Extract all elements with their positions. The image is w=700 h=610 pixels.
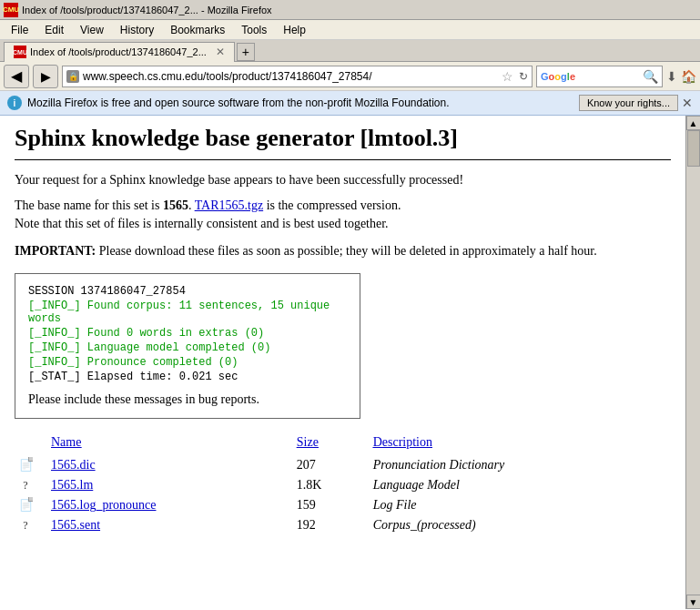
security-icon: 🔒 [66, 70, 79, 83]
info-bar: i Mozilla Firefox is free and open sourc… [0, 91, 700, 116]
table-row: ?1565.sent192Corpus_(processed) [15, 515, 671, 535]
tar-suffix: is the compressed version. [263, 198, 401, 212]
url-input[interactable] [83, 70, 498, 83]
download-icon[interactable]: ⬇ [666, 69, 677, 84]
title-bar: CMU Index of /tools/product/1374186047_2… [0, 0, 700, 20]
back-button[interactable]: ◀ [4, 65, 29, 88]
file-description-cell: Corpus_(processed) [370, 515, 671, 535]
table-row: ?1565.lm1.8KLanguage Model [15, 475, 671, 495]
session-line-2: [_INFO_] Found 0 words in extras (0) [28, 327, 347, 340]
main-content: Sphinx knowledge base generator [lmtool.… [0, 116, 685, 609]
table-row: 📄1565.dic207Pronunciation Dictionary [15, 455, 671, 475]
google-logo: Google [541, 71, 575, 82]
table-row: 📄1565.log_pronounce159Log File [15, 495, 671, 515]
file-table-icon-header [15, 433, 47, 455]
file-description-cell: Language Model [370, 475, 671, 495]
file-icon-cell: ? [15, 515, 47, 535]
search-box: Google 🔍 [536, 66, 663, 87]
bookmark-star-icon[interactable]: ☆ [502, 69, 513, 84]
file-table-size-header[interactable]: Size [293, 433, 370, 455]
menu-edit[interactable]: Edit [37, 22, 71, 38]
menu-bookmarks[interactable]: Bookmarks [163, 22, 232, 38]
important-label: IMPORTANT: [15, 244, 96, 258]
session-note: Please include these messages in bug rep… [28, 392, 347, 407]
file-name-cell: 1565.lm [47, 475, 293, 495]
scroll-thumb[interactable] [687, 130, 700, 167]
file-size-cell: 192 [293, 515, 370, 535]
intro-text: Your request for a Sphinx knowledge base… [15, 173, 671, 188]
search-icon[interactable]: 🔍 [643, 69, 658, 84]
session-line-3: [_INFO_] Language model completed (0) [28, 341, 347, 354]
title-bar-text: Index of /tools/product/1374186047_2... … [22, 5, 272, 15]
file-icon-cell: ? [15, 475, 47, 495]
forward-button[interactable]: ▶ [33, 65, 58, 88]
scroll-down-button[interactable]: ▼ [686, 595, 701, 609]
tab-bar: CMU Index of /tools/product/1374186047_2… [0, 40, 700, 62]
info-bar-left: i Mozilla Firefox is free and open sourc… [7, 96, 450, 110]
file-doc-icon: 📄 [18, 497, 33, 513]
file-unknown-icon: ? [18, 477, 33, 493]
tab-close-icon[interactable]: ✕ [216, 46, 225, 58]
tab-label: Index of /tools/product/1374186047_2... [30, 46, 207, 57]
session-line-1: [_INFO_] Found corpus: 11 sentences, 15 … [28, 300, 347, 325]
important-text: IMPORTANT: Please download these files a… [15, 244, 671, 259]
know-rights-button[interactable]: Know your rights... [579, 95, 678, 111]
info-bar-close-icon[interactable]: ✕ [682, 96, 693, 110]
menu-history[interactable]: History [113, 22, 161, 38]
base-name-label: The base name for this set is [15, 198, 163, 212]
session-box: SESSION 1374186047_27854 [_INFO_] Found … [15, 273, 360, 419]
url-bar-container: 🔒 ☆ ↻ [62, 66, 533, 87]
file-name-link[interactable]: 1565.lm [51, 478, 93, 492]
new-tab-button[interactable]: + [237, 43, 255, 61]
info-icon: i [7, 96, 22, 110]
base-name-text: The base name for this set is 1565. TAR1… [15, 198, 671, 213]
scrollbar[interactable]: ▲ ▼ [685, 116, 700, 609]
important-body: Please download these files as soon as p… [96, 244, 597, 258]
session-header: SESSION 1374186047_27854 [28, 285, 347, 298]
search-section: Google 🔍 ⬇ 🏠 [536, 66, 696, 87]
scroll-track[interactable] [686, 130, 700, 595]
home-icon[interactable]: 🏠 [681, 69, 696, 84]
note-text: Note that this set of files is internall… [15, 217, 671, 231]
session-line-5: [_STAT_] Elapsed time: 0.021 sec [28, 371, 347, 383]
scroll-up-button[interactable]: ▲ [686, 116, 701, 130]
file-name-cell: 1565.dic [47, 455, 293, 475]
search-input[interactable] [577, 70, 641, 83]
file-table: Name Size Description 📄1565.dic207Pronun… [15, 433, 671, 535]
tar-link[interactable]: TAR1565.tgz [195, 198, 263, 212]
active-tab[interactable]: CMU Index of /tools/product/1374186047_2… [4, 42, 235, 62]
info-bar-right: Know your rights... ✕ [579, 95, 693, 111]
file-table-desc-header[interactable]: Description [370, 433, 671, 455]
page-divider [15, 159, 671, 160]
menu-bar: File Edit View History Bookmarks Tools H… [0, 20, 700, 40]
file-name-cell: 1565.log_pronounce [47, 495, 293, 515]
file-name-link[interactable]: 1565.sent [51, 518, 100, 532]
file-description-cell: Pronunciation Dictionary [370, 455, 671, 475]
file-size-cell: 1.8K [293, 475, 370, 495]
file-table-name-header[interactable]: Name [47, 433, 293, 455]
menu-file[interactable]: File [4, 22, 36, 38]
reload-button[interactable]: ↻ [519, 70, 528, 83]
file-icon-cell: 📄 [15, 495, 47, 515]
page-container: Sphinx knowledge base generator [lmtool.… [0, 116, 700, 609]
menu-view[interactable]: View [73, 22, 111, 38]
menu-help[interactable]: Help [276, 22, 313, 38]
nav-bar: ◀ ▶ 🔒 ☆ ↻ Google 🔍 ⬇ 🏠 [0, 62, 700, 91]
page-title: Sphinx knowledge base generator [lmtool.… [15, 125, 671, 152]
file-size-cell: 207 [293, 455, 370, 475]
file-name-cell: 1565.sent [47, 515, 293, 535]
file-name-link[interactable]: 1565.log_pronounce [51, 498, 156, 512]
info-bar-text: Mozilla Firefox is free and open source … [27, 97, 450, 109]
tab-icon: CMU [14, 46, 26, 58]
file-size-cell: 159 [293, 495, 370, 515]
file-doc-icon: 📄 [18, 457, 33, 473]
file-description-cell: Log File [370, 495, 671, 515]
file-unknown-icon: ? [18, 517, 33, 534]
menu-tools[interactable]: Tools [234, 22, 274, 38]
file-icon-cell: 📄 [15, 455, 47, 475]
base-name-period: . [188, 198, 195, 212]
session-line-4: [_INFO_] Pronounce completed (0) [28, 356, 347, 369]
browser-icon: CMU [4, 3, 18, 17]
file-name-link[interactable]: 1565.dic [51, 458, 96, 472]
base-name-value: 1565 [163, 198, 188, 212]
